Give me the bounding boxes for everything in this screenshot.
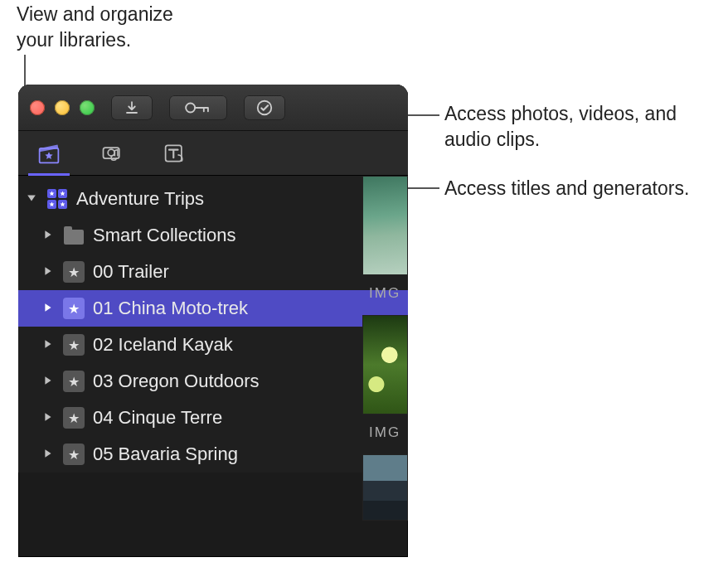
disclosure-triangle-icon[interactable] [43,303,55,314]
callout-libraries: View and organize your libraries. [17,2,199,53]
event-star-icon: ★ [63,371,85,392]
disclosure-triangle-icon[interactable] [43,448,55,460]
keyword-editor-button[interactable] [169,95,227,120]
sidebar-item-event[interactable]: ★ 01 China Moto-trek [18,290,408,327]
svg-point-0 [186,103,195,112]
sidebar-item-label: 02 Iceland Kayak [93,334,401,356]
disclosure-triangle-icon[interactable] [43,266,55,278]
event-star-icon: ★ [63,407,85,429]
download-arrow-icon [124,100,139,115]
disclosure-triangle-icon[interactable] [43,412,55,424]
event-star-icon: ★ [63,298,85,319]
camera-music-icon [100,142,124,165]
disclosure-triangle-icon[interactable] [43,230,55,241]
titles-generators-tab[interactable] [163,141,187,166]
folder-icon [63,225,85,246]
library-icon [46,188,68,210]
clip-thumbnail[interactable] [362,315,408,414]
active-tab-underline [28,173,70,176]
libraries-sidebar: Adventure Trips Smart Collections ★ 00 T… [18,176,408,473]
sidebar-item-event[interactable]: ★ 00 Trailer [18,254,408,290]
photos-audio-tab[interactable] [99,141,124,166]
event-star-icon: ★ [63,334,85,356]
disclosure-triangle-icon[interactable] [43,339,55,351]
sidebar-item-event[interactable]: ★ 02 Iceland Kayak [18,327,408,363]
libraries-tab[interactable] [36,141,61,166]
sidebar-item-event[interactable]: ★ 05 Bavaria Spring [18,436,408,473]
library-name: Adventure Trips [76,188,401,210]
title-t-icon [163,142,187,165]
minimize-window-button[interactable] [55,100,70,115]
sidebar-item-label: 03 Oregon Outdoors [93,371,401,392]
import-button[interactable] [111,95,153,120]
sidebar-item-label: Smart Collections [93,225,401,246]
sidebar-item-label: 04 Cinque Terre [93,407,401,429]
clip-thumbnail[interactable] [362,176,408,275]
event-star-icon: ★ [63,444,85,465]
sidebar-item-label: 00 Trailer [93,261,401,283]
close-window-button[interactable] [30,100,45,115]
sidebar-item-smart-collections[interactable]: Smart Collections [18,217,408,254]
sidebar-item-event[interactable]: ★ 04 Cinque Terre [18,400,408,436]
sidebar-item-label: 01 China Moto-trek [93,298,401,319]
background-tasks-button[interactable] [244,95,285,120]
sidebar-item-label: 05 Bavaria Spring [93,444,401,465]
sidebar-tabstrip [18,131,408,176]
clapperboard-star-icon [37,142,61,165]
library-row[interactable]: Adventure Trips [18,181,408,217]
callout-media: Access photos, videos, and audio clips. [444,101,710,153]
disclosure-triangle-icon[interactable] [27,193,38,205]
app-window: Adventure Trips Smart Collections ★ 00 T… [18,85,408,557]
sidebar-item-event[interactable]: ★ 03 Oregon Outdoors [18,363,408,400]
callout-titles: Access titles and generators. [444,176,710,201]
clip-filename-fragment: IMG [369,285,408,302]
disclosure-triangle-icon[interactable] [43,376,55,387]
key-icon [184,101,212,114]
clip-thumbnail[interactable] [362,454,408,521]
window-titlebar [18,85,408,131]
zoom-window-button[interactable] [80,100,95,115]
clip-filename-fragment: IMG [369,424,408,441]
clip-thumbnails: IMG IMG [362,176,408,557]
window-controls [30,100,95,115]
event-star-icon: ★ [63,261,85,283]
checkmark-circle-icon [255,99,274,117]
